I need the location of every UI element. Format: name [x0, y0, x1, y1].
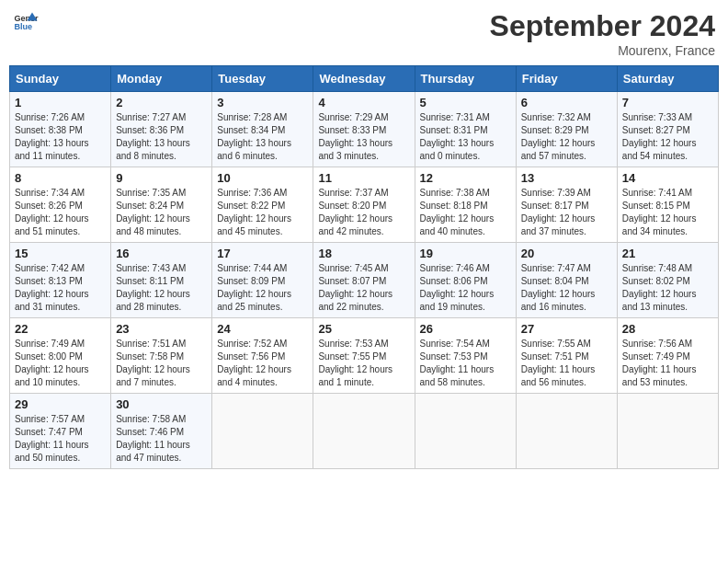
day-info: Sunrise: 7:52 AMSunset: 7:56 PMDaylight:… [217, 339, 291, 387]
calendar-day-cell: 12 Sunrise: 7:38 AMSunset: 8:18 PMDaylig… [415, 167, 516, 243]
calendar-day-cell: 30 Sunrise: 7:58 AMSunset: 7:46 PMDaylig… [111, 394, 212, 469]
day-info: Sunrise: 7:26 AMSunset: 8:38 PMDaylight:… [15, 112, 89, 161]
day-number: 6 [521, 96, 612, 109]
day-number: 24 [217, 322, 308, 336]
day-info: Sunrise: 7:47 AMSunset: 8:04 PMDaylight:… [521, 263, 596, 312]
day-number: 19 [420, 247, 511, 260]
calendar-day-cell: 26 Sunrise: 7:54 AMSunset: 7:53 PMDaylig… [415, 318, 516, 394]
calendar-day-cell [415, 394, 516, 469]
day-number: 30 [116, 397, 207, 411]
day-number: 11 [318, 171, 409, 185]
day-number: 22 [15, 322, 106, 336]
calendar-day-cell: 27 Sunrise: 7:55 AMSunset: 7:51 PMDaylig… [516, 318, 617, 394]
day-number: 7 [622, 96, 713, 109]
day-number: 5 [420, 96, 511, 109]
calendar-table: SundayMondayTuesdayWednesdayThursdayFrid… [9, 65, 719, 469]
day-number: 2 [116, 96, 207, 109]
day-info: Sunrise: 7:51 AMSunset: 7:58 PMDaylight:… [116, 339, 190, 387]
calendar-day-cell: 1 Sunrise: 7:26 AMSunset: 8:38 PMDayligh… [10, 92, 111, 167]
calendar-week-row: 22 Sunrise: 7:49 AMSunset: 8:00 PMDaylig… [10, 318, 719, 394]
calendar-day-cell: 17 Sunrise: 7:44 AMSunset: 8:09 PMDaylig… [212, 243, 313, 318]
day-number: 4 [318, 96, 409, 109]
calendar-week-row: 29 Sunrise: 7:57 AMSunset: 7:47 PMDaylig… [10, 394, 719, 469]
weekday-header: Sunday [10, 66, 111, 92]
day-info: Sunrise: 7:43 AMSunset: 8:11 PMDaylight:… [116, 263, 190, 312]
calendar-header-row: SundayMondayTuesdayWednesdayThursdayFrid… [10, 66, 719, 92]
calendar-day-cell [212, 394, 313, 469]
day-info: Sunrise: 7:42 AMSunset: 8:13 PMDaylight:… [15, 263, 89, 312]
day-number: 21 [622, 247, 713, 260]
day-number: 20 [521, 247, 612, 260]
month-title: September 2024 [490, 9, 715, 43]
calendar-day-cell: 10 Sunrise: 7:36 AMSunset: 8:22 PMDaylig… [212, 167, 313, 243]
calendar-day-cell: 24 Sunrise: 7:52 AMSunset: 7:56 PMDaylig… [212, 318, 313, 394]
calendar-day-cell: 20 Sunrise: 7:47 AMSunset: 8:04 PMDaylig… [516, 243, 617, 318]
day-info: Sunrise: 7:34 AMSunset: 8:26 PMDaylight:… [15, 188, 89, 236]
day-info: Sunrise: 7:27 AMSunset: 8:36 PMDaylight:… [116, 112, 190, 161]
calendar-day-cell: 19 Sunrise: 7:46 AMSunset: 8:06 PMDaylig… [415, 243, 516, 318]
day-info: Sunrise: 7:37 AMSunset: 8:20 PMDaylight:… [318, 188, 392, 236]
calendar-day-cell: 18 Sunrise: 7:45 AMSunset: 8:07 PMDaylig… [313, 243, 415, 318]
day-info: Sunrise: 7:35 AMSunset: 8:24 PMDaylight:… [116, 188, 190, 236]
day-info: Sunrise: 7:54 AMSunset: 7:53 PMDaylight:… [420, 339, 495, 387]
day-number: 17 [217, 247, 308, 260]
day-info: Sunrise: 7:44 AMSunset: 8:09 PMDaylight:… [217, 263, 291, 312]
calendar-day-cell: 3 Sunrise: 7:28 AMSunset: 8:34 PMDayligh… [212, 92, 313, 167]
calendar-day-cell: 21 Sunrise: 7:48 AMSunset: 8:02 PMDaylig… [617, 243, 718, 318]
calendar-day-cell: 14 Sunrise: 7:41 AMSunset: 8:15 PMDaylig… [617, 167, 718, 243]
calendar-day-cell: 7 Sunrise: 7:33 AMSunset: 8:27 PMDayligh… [617, 92, 718, 167]
day-number: 23 [116, 322, 207, 336]
day-info: Sunrise: 7:55 AMSunset: 7:51 PMDaylight:… [521, 339, 596, 387]
logo: General Blue [13, 9, 39, 35]
day-info: Sunrise: 7:57 AMSunset: 7:47 PMDaylight:… [15, 414, 89, 463]
page-header: General Blue September 2024 Mourenx, Fra… [9, 9, 719, 58]
weekday-header: Thursday [415, 66, 516, 92]
calendar-day-cell: 22 Sunrise: 7:49 AMSunset: 8:00 PMDaylig… [10, 318, 111, 394]
calendar-day-cell: 15 Sunrise: 7:42 AMSunset: 8:13 PMDaylig… [10, 243, 111, 318]
day-number: 14 [622, 171, 713, 185]
day-info: Sunrise: 7:58 AMSunset: 7:46 PMDaylight:… [116, 414, 190, 463]
day-info: Sunrise: 7:31 AMSunset: 8:31 PMDaylight:… [420, 112, 495, 161]
day-number: 25 [318, 322, 409, 336]
day-info: Sunrise: 7:46 AMSunset: 8:06 PMDaylight:… [420, 263, 495, 312]
day-number: 28 [622, 322, 713, 336]
day-number: 26 [420, 322, 511, 336]
svg-text:Blue: Blue [14, 22, 32, 31]
day-info: Sunrise: 7:32 AMSunset: 8:29 PMDaylight:… [521, 112, 596, 161]
day-info: Sunrise: 7:38 AMSunset: 8:18 PMDaylight:… [420, 188, 495, 236]
day-number: 13 [521, 171, 612, 185]
day-info: Sunrise: 7:33 AMSunset: 8:27 PMDaylight:… [622, 112, 697, 161]
weekday-header: Friday [516, 66, 617, 92]
calendar-day-cell: 23 Sunrise: 7:51 AMSunset: 7:58 PMDaylig… [111, 318, 212, 394]
day-info: Sunrise: 7:49 AMSunset: 8:00 PMDaylight:… [15, 339, 89, 387]
day-number: 16 [116, 247, 207, 260]
calendar-day-cell: 11 Sunrise: 7:37 AMSunset: 8:20 PMDaylig… [313, 167, 415, 243]
day-info: Sunrise: 7:36 AMSunset: 8:22 PMDaylight:… [217, 188, 291, 236]
day-number: 10 [217, 171, 308, 185]
weekday-header: Wednesday [313, 66, 415, 92]
calendar-day-cell: 29 Sunrise: 7:57 AMSunset: 7:47 PMDaylig… [10, 394, 111, 469]
day-number: 3 [217, 96, 308, 109]
calendar-day-cell: 6 Sunrise: 7:32 AMSunset: 8:29 PMDayligh… [516, 92, 617, 167]
weekday-header: Tuesday [212, 66, 313, 92]
day-info: Sunrise: 7:45 AMSunset: 8:07 PMDaylight:… [318, 263, 392, 312]
day-number: 12 [420, 171, 511, 185]
day-number: 1 [15, 96, 106, 109]
day-info: Sunrise: 7:41 AMSunset: 8:15 PMDaylight:… [622, 188, 697, 236]
day-info: Sunrise: 7:56 AMSunset: 7:49 PMDaylight:… [622, 339, 697, 387]
location: Mourenx, France [490, 43, 715, 58]
day-number: 29 [15, 397, 106, 411]
day-info: Sunrise: 7:29 AMSunset: 8:33 PMDaylight:… [318, 112, 392, 161]
calendar-day-cell: 4 Sunrise: 7:29 AMSunset: 8:33 PMDayligh… [313, 92, 415, 167]
day-info: Sunrise: 7:28 AMSunset: 8:34 PMDaylight:… [217, 112, 291, 161]
day-info: Sunrise: 7:53 AMSunset: 7:55 PMDaylight:… [318, 339, 392, 387]
weekday-header: Saturday [617, 66, 718, 92]
calendar-day-cell: 16 Sunrise: 7:43 AMSunset: 8:11 PMDaylig… [111, 243, 212, 318]
weekday-header: Monday [111, 66, 212, 92]
calendar-day-cell: 28 Sunrise: 7:56 AMSunset: 7:49 PMDaylig… [617, 318, 718, 394]
calendar-day-cell: 13 Sunrise: 7:39 AMSunset: 8:17 PMDaylig… [516, 167, 617, 243]
day-number: 27 [521, 322, 612, 336]
calendar-day-cell: 8 Sunrise: 7:34 AMSunset: 8:26 PMDayligh… [10, 167, 111, 243]
calendar-day-cell: 25 Sunrise: 7:53 AMSunset: 7:55 PMDaylig… [313, 318, 415, 394]
calendar-day-cell: 2 Sunrise: 7:27 AMSunset: 8:36 PMDayligh… [111, 92, 212, 167]
